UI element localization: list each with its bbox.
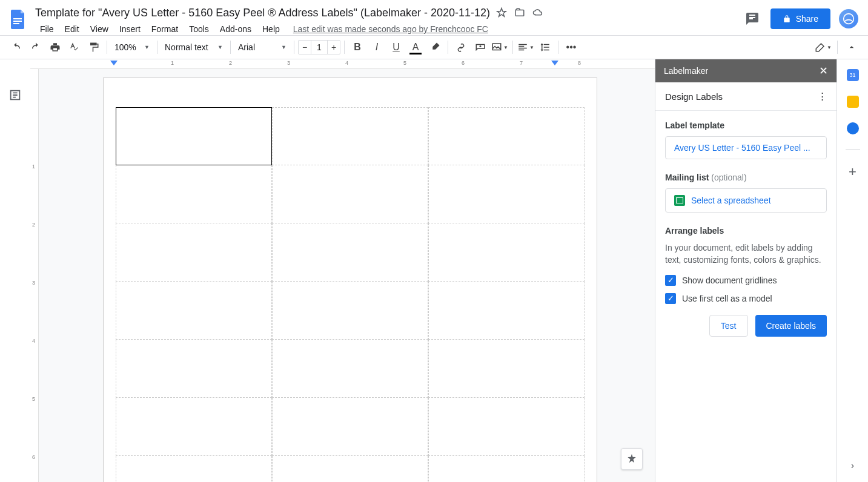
horizontal-ruler[interactable]: 1 2 3 4 5 6 7 8 bbox=[30, 59, 655, 69]
sidebar-menu-icon[interactable]: ⋮ bbox=[818, 91, 827, 102]
tasks-app-icon[interactable] bbox=[847, 122, 859, 134]
text-color-button[interactable]: A bbox=[406, 39, 425, 56]
mailing-list-heading: Mailing list (optional) bbox=[665, 173, 827, 182]
font-size-input[interactable] bbox=[311, 41, 328, 54]
side-app-rail: + › bbox=[837, 59, 868, 482]
label-cell[interactable] bbox=[272, 223, 428, 282]
label-cell[interactable] bbox=[272, 107, 428, 165]
font-size-decrease[interactable]: − bbox=[299, 41, 311, 54]
label-cell[interactable] bbox=[428, 107, 585, 165]
menu-addons[interactable]: Add-ons bbox=[215, 22, 256, 36]
label-cell[interactable] bbox=[272, 165, 428, 223]
label-cell[interactable] bbox=[428, 456, 585, 482]
svg-rect-2 bbox=[13, 23, 19, 24]
label-template-select[interactable]: Avery US Letter - 5160 Easy Peel ... bbox=[665, 136, 827, 159]
label-cell[interactable] bbox=[272, 398, 428, 456]
create-labels-button[interactable]: Create labels bbox=[755, 315, 827, 337]
menu-file[interactable]: File bbox=[35, 22, 59, 36]
more-button[interactable]: ••• bbox=[562, 39, 580, 56]
label-cell[interactable] bbox=[116, 340, 272, 398]
align-button[interactable]: ▼ bbox=[517, 39, 535, 56]
cloud-status-icon[interactable] bbox=[531, 6, 545, 19]
collapse-toolbar-button[interactable] bbox=[843, 39, 861, 56]
print-button[interactable] bbox=[46, 39, 64, 56]
svg-rect-0 bbox=[13, 18, 22, 19]
label-cell[interactable] bbox=[428, 223, 585, 282]
sidebar-subtitle: Design Labels bbox=[665, 91, 723, 102]
menu-format[interactable]: Format bbox=[147, 22, 183, 36]
collapse-rail-button[interactable]: › bbox=[851, 460, 854, 471]
calendar-app-icon[interactable] bbox=[847, 69, 859, 81]
comments-button[interactable] bbox=[743, 9, 762, 28]
use-first-cell-checkbox[interactable]: ✓ Use first cell as a model bbox=[665, 293, 827, 304]
font-dropdown[interactable]: Arial▼ bbox=[234, 39, 290, 55]
undo-button[interactable] bbox=[7, 39, 25, 56]
explore-button[interactable] bbox=[621, 448, 643, 470]
highlight-button[interactable] bbox=[426, 39, 444, 56]
insert-image-button[interactable]: ▼ bbox=[491, 39, 509, 56]
label-cell[interactable] bbox=[116, 165, 272, 223]
label-cell[interactable] bbox=[428, 340, 585, 398]
bold-button[interactable]: B bbox=[348, 39, 366, 56]
label-cell[interactable] bbox=[272, 456, 428, 482]
right-indent-marker[interactable] bbox=[551, 61, 558, 68]
insert-link-button[interactable] bbox=[452, 39, 470, 56]
document-title[interactable]: Template for "Avery US Letter - 5160 Eas… bbox=[35, 7, 490, 19]
label-template-heading: Label template bbox=[665, 120, 827, 130]
spellcheck-button[interactable] bbox=[65, 39, 84, 56]
last-edit-link[interactable]: Last edit was made seconds ago by French… bbox=[293, 24, 488, 34]
menu-tools[interactable]: Tools bbox=[184, 22, 214, 36]
keep-app-icon[interactable] bbox=[847, 96, 859, 108]
paragraph-style-dropdown[interactable]: Normal text▼ bbox=[161, 39, 227, 55]
svg-rect-3 bbox=[515, 10, 524, 16]
share-button[interactable]: Share bbox=[770, 8, 830, 29]
font-size-increase[interactable]: + bbox=[328, 41, 340, 54]
close-icon[interactable]: ✕ bbox=[819, 64, 828, 78]
label-cell[interactable] bbox=[428, 165, 585, 223]
sidebar-title: Labelmaker bbox=[664, 66, 708, 76]
add-addon-button[interactable]: + bbox=[849, 164, 856, 180]
share-label: Share bbox=[796, 14, 818, 24]
italic-button[interactable]: I bbox=[368, 39, 386, 56]
redo-button[interactable] bbox=[27, 39, 45, 56]
label-cell[interactable] bbox=[272, 340, 428, 398]
document-page[interactable] bbox=[103, 78, 597, 482]
menu-edit[interactable]: Edit bbox=[60, 22, 84, 36]
docs-logo[interactable] bbox=[7, 5, 29, 34]
menu-insert[interactable]: Insert bbox=[114, 22, 145, 36]
label-cell[interactable] bbox=[272, 282, 428, 340]
move-icon[interactable] bbox=[513, 6, 526, 19]
menu-help[interactable]: Help bbox=[257, 22, 285, 36]
zoom-dropdown[interactable]: 100%▼ bbox=[111, 39, 153, 55]
label-cell[interactable] bbox=[116, 456, 272, 482]
labelmaker-sidebar: Labelmaker ✕ Design Labels ⋮ Label templ… bbox=[655, 59, 837, 482]
line-spacing-button[interactable] bbox=[536, 39, 554, 56]
user-avatar[interactable] bbox=[839, 9, 858, 28]
show-gridlines-checkbox[interactable]: ✓ Show document gridlines bbox=[665, 275, 827, 286]
paint-format-button[interactable] bbox=[85, 39, 103, 56]
label-cell[interactable] bbox=[428, 398, 585, 456]
sheets-icon bbox=[674, 195, 685, 206]
lock-icon bbox=[783, 15, 791, 23]
toolbar: 100%▼ Normal text▼ Arial▼ − + B I U A ▼ … bbox=[0, 35, 868, 59]
label-cell-active[interactable] bbox=[116, 107, 272, 165]
arrange-description: In your document, edit labels by adding … bbox=[665, 242, 827, 266]
test-button[interactable]: Test bbox=[709, 315, 748, 337]
label-cell[interactable] bbox=[116, 282, 272, 340]
left-indent-marker[interactable] bbox=[110, 61, 118, 68]
editing-mode-button[interactable]: ▼ bbox=[814, 39, 832, 56]
arrange-labels-heading: Arrange labels bbox=[665, 226, 827, 236]
star-icon[interactable] bbox=[495, 6, 508, 19]
document-canvas[interactable]: 1 2 3 4 5 6 7 8 1 2 3 4 5 6 bbox=[30, 59, 655, 482]
menu-view[interactable]: View bbox=[85, 22, 113, 36]
rail-separator bbox=[846, 149, 860, 150]
vertical-ruler[interactable]: 1 2 3 4 5 6 bbox=[30, 69, 39, 482]
label-cell[interactable] bbox=[116, 398, 272, 456]
outline-toggle-icon[interactable] bbox=[8, 88, 22, 482]
label-cell[interactable] bbox=[116, 223, 272, 282]
select-spreadsheet-button[interactable]: Select a spreadsheet bbox=[665, 188, 827, 213]
underline-button[interactable]: U bbox=[387, 39, 405, 56]
add-comment-button[interactable] bbox=[471, 39, 489, 56]
label-cell[interactable] bbox=[428, 282, 585, 340]
font-size-control: − + bbox=[298, 40, 340, 54]
